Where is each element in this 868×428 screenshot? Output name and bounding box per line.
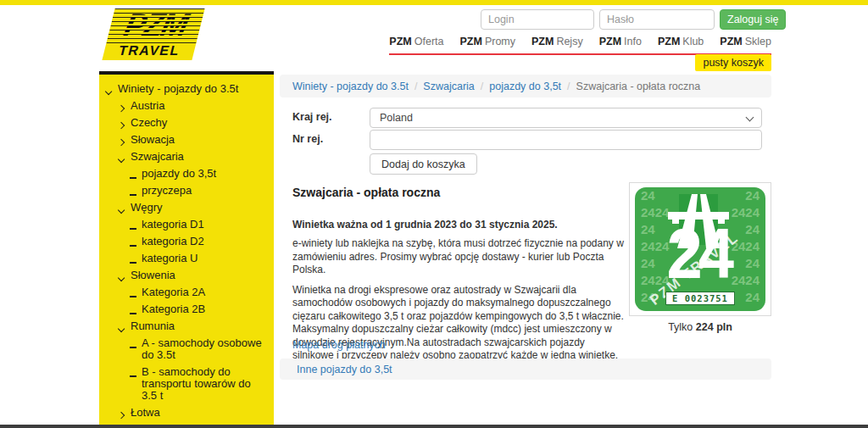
sidebar-item[interactable]: Łotwa bbox=[99, 404, 274, 421]
sidebar-item-label: Rumunia bbox=[131, 320, 175, 332]
sidebar-item[interactable]: kategoria D2 bbox=[99, 233, 274, 250]
dash-icon bbox=[130, 339, 142, 347]
sidebar-item-label: A - samochody osobowe do 3.5t bbox=[142, 337, 269, 361]
sidebar-item-label: Austria bbox=[131, 100, 164, 112]
cart-badge[interactable]: pusty koszyk bbox=[695, 54, 771, 71]
chevron-down-icon bbox=[746, 114, 754, 122]
dash-icon bbox=[130, 237, 142, 246]
pzm-travel-logo[interactable]: PZM TRAVEL bbox=[108, 8, 198, 60]
breadcrumb-current: Szwajcaria - opłata roczna bbox=[576, 81, 701, 92]
nav-item-klub[interactable]: PZMKlub bbox=[658, 36, 704, 47]
breadcrumb-link[interactable]: pojazdy do 3,5t bbox=[489, 81, 561, 92]
price-line: Tylko 224 pln bbox=[629, 321, 771, 333]
sidebar-item-label: kategoria U bbox=[142, 253, 198, 264]
sidebar-item[interactable]: B - samochody do transportu towarów do 3… bbox=[99, 364, 274, 404]
vignette-pattern-text: 2424 bbox=[641, 238, 669, 255]
sidebar-item[interactable]: Czechy bbox=[99, 114, 274, 131]
nav-item-brand: PZM bbox=[720, 36, 742, 47]
vignette-pattern-text: 2424 bbox=[732, 204, 760, 221]
dash-icon bbox=[130, 254, 142, 263]
country-select-value: Poland bbox=[380, 112, 413, 124]
sidebar-item-label: Czechy bbox=[131, 117, 167, 129]
sidebar-item[interactable]: kategoria D1 bbox=[99, 216, 274, 233]
sidebar-menu: Winiety - pojazdy do 3.5tAustriaCzechySł… bbox=[99, 71, 274, 425]
sidebar-item[interactable]: A - samochody osobowe do 3.5t bbox=[99, 335, 274, 364]
dash-icon bbox=[130, 228, 136, 230]
nav-item-brand: PZM bbox=[658, 36, 680, 47]
logo-shape: PZM TRAVEL bbox=[102, 8, 204, 60]
sidebar-item[interactable]: Rumunia bbox=[99, 318, 274, 335]
dash-icon bbox=[130, 245, 136, 247]
sidebar-item[interactable]: pojazdy do 3,5t bbox=[99, 165, 274, 182]
dash-icon bbox=[130, 305, 142, 314]
plate-label: Nr rej. bbox=[292, 133, 323, 145]
sidebar-item-label: kategoria D1 bbox=[142, 219, 204, 231]
sidebar-item[interactable]: Kategoria 2B bbox=[99, 301, 274, 318]
sidebar-item[interactable]: Słowacja bbox=[99, 131, 274, 148]
nav-item-brand: PZM bbox=[389, 36, 411, 47]
nav-item-rejsy[interactable]: PZMRejsy bbox=[531, 36, 583, 47]
sidebar-item[interactable]: kategoria U bbox=[99, 250, 274, 267]
sidebar-item-label: Kategoria 2A bbox=[142, 286, 205, 298]
chevron-down-icon bbox=[119, 203, 131, 212]
sidebar-item-label: pojazdy do 3,5t bbox=[142, 168, 216, 180]
dash-icon bbox=[130, 262, 136, 264]
sidebar-item[interactable]: Słowenia bbox=[99, 267, 274, 284]
chevron-down-icon bbox=[105, 88, 113, 96]
nav-item-sklep[interactable]: PZMSklep bbox=[720, 36, 771, 47]
breadcrumb-link[interactable]: Winiety - pojazdy do 3.5t bbox=[292, 81, 409, 92]
sidebar-item[interactable]: Węgry bbox=[99, 199, 274, 216]
chevron-right-icon bbox=[119, 102, 131, 110]
vignette-pattern-text: 24 bbox=[745, 187, 760, 204]
nav-item-info[interactable]: PZMInfo bbox=[599, 36, 642, 47]
breadcrumb-link[interactable]: Szwajcaria bbox=[423, 81, 474, 92]
vignette-sticker-image: 2424242424242424242424242424242424242424… bbox=[635, 187, 765, 311]
other-vehicles-link[interactable]: Inne pojazdy do 3,5t bbox=[297, 364, 392, 375]
breadcrumb-separator: / bbox=[561, 81, 576, 92]
breadcrumb-separator: / bbox=[475, 81, 489, 92]
dash-icon bbox=[130, 186, 142, 195]
dash-icon bbox=[130, 296, 136, 297]
vignette-pattern-text: 2424 bbox=[641, 204, 669, 221]
login-button[interactable]: Zaloguj się bbox=[720, 9, 786, 30]
sidebar-item-label: Słowenia bbox=[131, 270, 175, 281]
dash-icon bbox=[130, 177, 136, 179]
validity-text: Winietka ważna od 1 grudnia 2023 do 31 s… bbox=[292, 219, 625, 231]
sidebar-item-label: Łotwa bbox=[131, 407, 160, 419]
sidebar-item-label: przyczepa bbox=[142, 185, 192, 197]
country-select[interactable]: Poland bbox=[370, 108, 762, 128]
sidebar-item-label: B - samochody do transportu towarów do 3… bbox=[142, 366, 269, 402]
nav-item-oferta[interactable]: PZMOferta bbox=[389, 36, 443, 47]
toll-map-link[interactable]: Mapa dróg płatnych bbox=[292, 339, 386, 351]
password-input[interactable] bbox=[599, 9, 715, 30]
sidebar-item[interactable]: przyczepa bbox=[99, 182, 274, 199]
chevron-right-icon bbox=[119, 136, 131, 144]
chevron-down-icon bbox=[119, 271, 131, 280]
nav-item-brand: PZM bbox=[599, 36, 621, 47]
sidebar-item[interactable]: Winiety - pojazdy do 3.5t bbox=[99, 81, 274, 97]
vignette-pattern-text: 24 bbox=[641, 221, 655, 238]
dash-icon bbox=[130, 375, 136, 377]
sidebar-item[interactable]: Kategoria 2A bbox=[99, 284, 274, 301]
plate-number-input[interactable] bbox=[370, 130, 762, 150]
sidebar-item[interactable]: Austria bbox=[99, 97, 274, 114]
breadcrumb: Winiety - pojazdy do 3.5t/Szwajcaria/poj… bbox=[280, 75, 771, 97]
sidebar-item-label: Kategoria 2B bbox=[142, 303, 205, 315]
login-input[interactable] bbox=[481, 9, 594, 30]
add-to-cart-button[interactable]: Dodaj do koszyka bbox=[370, 153, 477, 175]
sidebar-item-label: Węgry bbox=[131, 202, 163, 214]
chevron-right-icon bbox=[118, 122, 125, 130]
sidebar-item[interactable]: Szwajcaria bbox=[99, 148, 274, 165]
chevron-right-icon bbox=[118, 105, 125, 113]
vignette-pattern-text: 24 bbox=[641, 187, 655, 204]
main-nav: PZMOfertaPZMPromyPZMRejsyPZMInfoPZMKlubP… bbox=[389, 36, 771, 55]
chevron-down-icon bbox=[106, 85, 118, 93]
nav-item-promy[interactable]: PZMPromy bbox=[459, 36, 515, 47]
dash-icon bbox=[130, 347, 136, 348]
other-vehicles-bar: Inne pojazdy do 3,5t bbox=[280, 359, 771, 380]
logo-brand-text: PZM bbox=[121, 8, 191, 42]
chevron-down-icon bbox=[118, 275, 125, 282]
vignette-pattern-text: 24 bbox=[745, 255, 760, 272]
chevron-right-icon bbox=[119, 409, 131, 417]
dash-icon bbox=[130, 194, 136, 196]
